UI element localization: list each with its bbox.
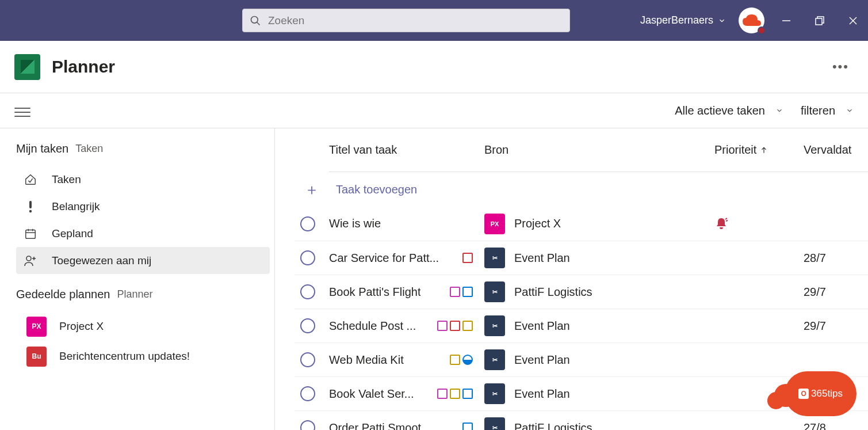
bell-icon [714, 217, 728, 231]
filter-dropdown[interactable]: filteren [801, 104, 854, 117]
search-icon [250, 15, 261, 26]
sidebar-plan-item[interactable]: PXProject X [16, 311, 270, 341]
task-source-cell: ✂ PattiF Logistics [484, 417, 714, 430]
add-task-row[interactable]: ＋ Taak toevoegen [300, 172, 868, 207]
task-row[interactable]: Order Patti Smoot... ✂ PattiF Logistics … [295, 410, 868, 430]
source-name: Project X [514, 217, 561, 230]
task-title-cell: Schedule Post ... [329, 319, 484, 333]
task-tags [437, 321, 484, 331]
task-title: Book Valet Ser... [329, 387, 414, 401]
task-checkbox[interactable] [300, 420, 315, 430]
hamburger-button[interactable] [14, 105, 30, 116]
sidebar-item-label: Toegewezen aan mij [52, 254, 151, 267]
sidebar: Mijn taken Taken Taken Belangrijk Geplan… [0, 128, 275, 430]
svg-point-0 [251, 16, 258, 23]
tag-icon [437, 389, 448, 399]
task-row[interactable]: Schedule Post ... ✂ Event Plan 29/7 [295, 309, 868, 343]
plan-label: Project X [59, 320, 104, 333]
minimize-button[interactable] [781, 15, 792, 26]
source-name: Event Plan [514, 353, 570, 367]
task-checkbox[interactable] [300, 386, 315, 401]
user-menu[interactable]: JasperBernaers [640, 14, 726, 26]
task-tags [462, 253, 484, 263]
task-tags [450, 287, 484, 297]
task-checkbox[interactable] [300, 352, 315, 367]
col-source[interactable]: Bron [484, 143, 714, 157]
task-title: Order Patti Smoot... [329, 421, 431, 431]
source-name: Event Plan [514, 252, 570, 265]
sidebar-plan-item[interactable]: BuBerichtencentrum updates! [16, 341, 270, 371]
task-row[interactable]: Book Patti's Flight ✂ PattiF Logistics 2… [295, 275, 868, 309]
app-title: Planner [52, 57, 115, 77]
more-options-button[interactable]: ••• [828, 55, 854, 79]
col-title[interactable]: Titel van taak [329, 143, 484, 157]
sidebar-item-planned[interactable]: Gepland [16, 220, 270, 247]
tag-icon [462, 423, 473, 430]
task-title-cell: Book Valet Ser... [329, 387, 484, 401]
task-tags [462, 423, 484, 430]
active-tasks-label: Alle actieve taken [675, 104, 765, 117]
plan-icon: Bu [26, 347, 47, 367]
task-checkbox[interactable] [300, 216, 315, 231]
svg-rect-3 [816, 18, 822, 25]
tag-icon [450, 287, 460, 297]
sidebar-heading-sub: Planner [117, 288, 152, 300]
search-box[interactable] [242, 9, 570, 32]
person-icon [23, 253, 38, 268]
task-title: Web Media Kit [329, 353, 404, 367]
svg-line-1 [257, 22, 260, 25]
task-row[interactable]: Web Media Kit ✂ Event Plan [295, 343, 868, 376]
chevron-down-icon [846, 106, 854, 115]
tag-icon [462, 253, 473, 263]
source-icon: ✂ [484, 281, 505, 302]
source-name: PattiF Logistics [514, 286, 592, 299]
task-source-cell: ✂ Event Plan [484, 248, 714, 268]
col-priority[interactable]: Prioriteit [714, 143, 804, 157]
task-source-cell: ✂ Event Plan [484, 349, 714, 370]
sidebar-item-important[interactable]: Belangrijk [16, 193, 270, 220]
svg-line-16 [725, 218, 727, 219]
sidebar-item-label: Gepland [52, 227, 93, 240]
task-row[interactable]: Wie is wie PX Project X [295, 207, 868, 241]
task-row[interactable]: Car Service for Patt... ✂ Event Plan 28/… [295, 241, 868, 275]
tag-icon [462, 287, 473, 297]
col-due[interactable]: Vervaldat [804, 143, 868, 157]
task-list: Titel van taak Bron Prioriteit Vervaldat… [275, 128, 868, 430]
tag-icon [462, 389, 473, 399]
task-checkbox[interactable] [300, 284, 315, 299]
plan-label: Berichtencentrum updates! [59, 350, 190, 363]
important-icon [23, 199, 38, 214]
task-checkbox[interactable] [300, 250, 315, 265]
task-due-cell: 28/7 [804, 252, 868, 265]
tag-icon [462, 321, 473, 331]
add-task-label: Taak toevoegen [336, 183, 417, 196]
task-source-cell: ✂ Event Plan [484, 383, 714, 404]
task-checkbox[interactable] [300, 318, 315, 333]
search-input[interactable] [268, 14, 563, 27]
task-due-cell: 29/7 [804, 286, 868, 299]
sidebar-item-tasks[interactable]: Taken [16, 166, 270, 193]
task-tags [437, 389, 484, 399]
task-title: Car Service for Patt... [329, 252, 439, 265]
task-title: Schedule Post ... [329, 319, 416, 333]
avatar[interactable] [739, 7, 764, 33]
task-tags [450, 355, 484, 365]
sidebar-item-assigned[interactable]: Toegewezen aan mij [16, 247, 270, 274]
sidebar-heading-sub: Taken [75, 143, 103, 155]
close-button[interactable] [847, 15, 859, 26]
task-source-cell: PX Project X [484, 214, 714, 234]
source-name: PattiF Logistics [514, 421, 592, 431]
planner-app-icon [14, 54, 40, 80]
sidebar-item-label: Belangrijk [52, 200, 100, 213]
svg-point-12 [26, 256, 31, 261]
task-title-cell: Car Service for Patt... [329, 252, 484, 265]
maximize-button[interactable] [814, 15, 825, 26]
task-priority-cell [714, 217, 804, 231]
home-icon [23, 172, 38, 187]
sidebar-heading-main: Gedeelde plannen [16, 288, 110, 301]
source-icon: PX [484, 214, 505, 234]
svg-rect-8 [26, 230, 36, 238]
main-area: Mijn taken Taken Taken Belangrijk Geplan… [0, 128, 868, 430]
active-tasks-dropdown[interactable]: Alle actieve taken [675, 104, 783, 117]
task-due-cell: 27/8 [804, 421, 868, 431]
